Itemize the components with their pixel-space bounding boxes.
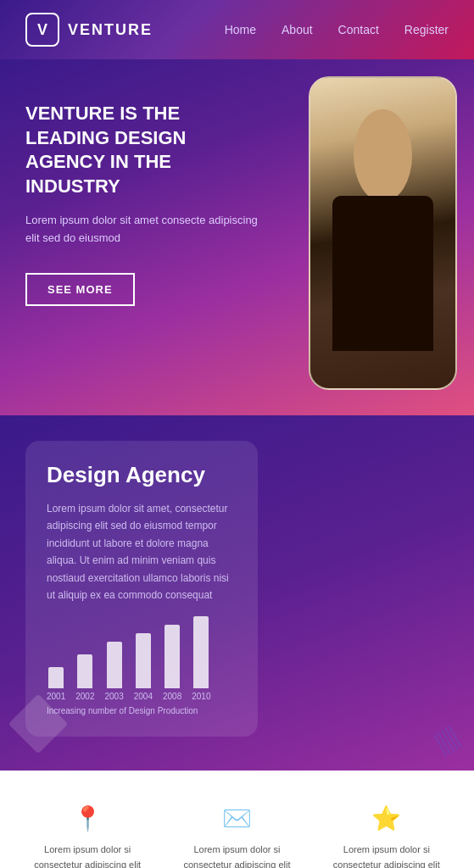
bar-label: 2008 [163,692,181,701]
agency-text: Lorem ipsum dolor sit amet, consectetur … [47,500,237,604]
bar-2003: 2003 [105,642,124,701]
agency-card: Design Agency Lorem ipsum dolor sit amet… [25,441,258,737]
features-section: 📍 Lorem ipsum dolor si consectetur adipi… [0,771,474,868]
see-more-button[interactable]: SEE MORE [25,273,135,306]
feature-text-2: Lorem ipsum dolor si consectetur adipisc… [323,843,450,868]
bar-label: 2003 [105,692,124,701]
hero-title: VENTURE IS THE LEADING DESIGN AGENCY IN … [25,102,258,198]
feature-text-1: Lorem ipsum dolor si consectetur adipisc… [173,843,300,868]
star-icon: ⭐ [323,804,450,832]
mail-icon: ✉️ [173,804,300,832]
phone-mockup [309,76,457,390]
deco-stripes-bottom-right [433,726,462,757]
bar-label: 2010 [192,692,210,701]
feature-location: 📍 Lorem ipsum dolor si consectetur adipi… [17,804,158,868]
bar-value [107,642,122,688]
feature-star: ⭐ Lorem ipsum dolor si consectetur adipi… [316,804,457,868]
logo-text: VENTURE [68,21,153,39]
hero-content: VENTURE IS THE LEADING DESIGN AGENCY IN … [25,102,258,306]
bar-value [136,633,151,688]
bar-value [193,616,209,688]
hero-section: VENTURE IS THE LEADING DESIGN AGENCY IN … [0,59,474,415]
chart-area: 2001 2002 2003 2004 2008 [47,625,237,715]
location-icon: 📍 [24,804,151,832]
feature-mail: ✉️ Lorem ipsum dolor si consectetur adip… [166,804,307,868]
agency-title: Design Agency [47,462,237,488]
phone-image [310,78,455,388]
chart-caption: Increasing number of Design Production [47,706,237,715]
bar-2002: 2002 [75,654,94,701]
hero-subtitle: Lorem ipsum dolor sit amet consecte adip… [25,212,258,248]
nav-home[interactable]: Home [225,23,256,36]
bar-label: 2002 [75,692,94,701]
nav-about[interactable]: About [282,23,313,36]
main-nav: Home About Contact Register [225,23,449,36]
header: V VENTURE Home About Contact Register [0,0,474,59]
logo-area: V VENTURE [25,13,153,47]
bar-label: 2001 [47,692,65,701]
nav-contact[interactable]: Contact [338,23,379,36]
bar-value [77,654,92,688]
bar-value [48,667,64,688]
bar-2001: 2001 [47,667,65,701]
chart-bars: 2001 2002 2003 2004 2008 [47,625,237,701]
bar-2004: 2004 [134,633,153,701]
bar-label: 2004 [134,692,153,701]
logo-icon: V [25,13,59,47]
feature-text-0: Lorem ipsum dolor si consectetur adipisc… [24,843,151,868]
bar-value [165,625,180,688]
nav-register[interactable]: Register [404,23,449,36]
bar-2008: 2008 [163,625,181,701]
bar-2010: 2010 [192,616,210,701]
agency-section: Design Agency Lorem ipsum dolor sit amet… [0,415,474,771]
